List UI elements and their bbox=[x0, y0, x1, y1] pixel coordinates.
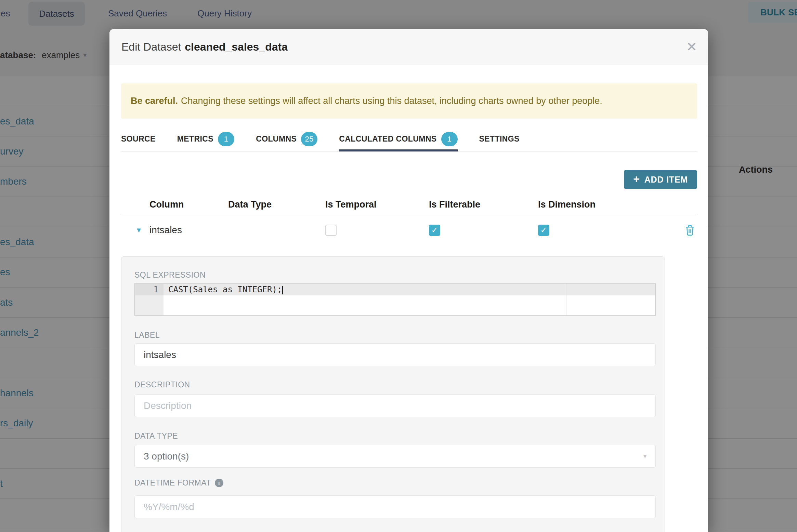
modal-title-dataset-name: cleaned_sales_data bbox=[185, 41, 288, 53]
plus-icon: + bbox=[633, 173, 640, 185]
warning-banner-text: Changing these settings will affect all … bbox=[181, 96, 602, 106]
is-filterable-checkbox[interactable]: ✓ bbox=[429, 225, 440, 236]
warning-banner: Be careful. Changing these settings will… bbox=[121, 83, 697, 119]
sql-expression-label: SQL EXPRESSION bbox=[134, 270, 206, 280]
editor-print-margin bbox=[566, 284, 566, 315]
tab-columns-label: COLUMNS bbox=[256, 134, 297, 144]
column-header-data-type: Data Type bbox=[228, 199, 325, 210]
data-type-select-value: 3 option(s) bbox=[144, 451, 189, 462]
is-dimension-checkbox[interactable]: ✓ bbox=[538, 225, 549, 236]
description-field-label: DESCRIPTION bbox=[134, 380, 190, 389]
collapse-caret-icon[interactable]: ▼ bbox=[121, 226, 149, 234]
tab-source-label: SOURCE bbox=[121, 134, 156, 144]
data-type-select[interactable]: 3 option(s) ▼ bbox=[134, 445, 656, 468]
calculated-columns-header-row: Column Data Type Is Temporal Is Filterab… bbox=[121, 195, 697, 214]
trash-icon bbox=[685, 224, 695, 236]
editor-line-number: 1 bbox=[135, 284, 164, 295]
datetime-format-label-text: DATETIME FORMAT bbox=[134, 478, 211, 488]
info-icon[interactable]: i bbox=[215, 479, 223, 487]
modal-header: Edit Dataset cleaned_sales_data bbox=[109, 29, 708, 65]
select-caret-icon: ▼ bbox=[642, 445, 648, 467]
modal-title-prefix: Edit Dataset bbox=[121, 41, 181, 53]
column-header-is-dimension: Is Dimension bbox=[538, 199, 697, 210]
description-input[interactable] bbox=[134, 394, 656, 417]
columns-count-badge: 25 bbox=[301, 132, 317, 146]
calculated-column-row-intsales: ▼ intsales ✓ ✓ ✓ bbox=[121, 214, 697, 247]
column-name: intsales bbox=[149, 225, 228, 236]
tab-settings[interactable]: SETTINGS bbox=[479, 127, 520, 151]
tab-source[interactable]: SOURCE bbox=[121, 127, 156, 151]
tab-calculated-columns-label: CALCULATED COLUMNS bbox=[339, 134, 436, 144]
tab-calculated-columns[interactable]: CALCULATED COLUMNS 1 bbox=[339, 127, 457, 151]
add-item-button[interactable]: + ADD ITEM bbox=[624, 170, 697, 189]
sql-code-text: CAST(Sales as INTEGER); bbox=[168, 285, 282, 294]
column-header-is-temporal: Is Temporal bbox=[325, 199, 429, 210]
screen: es Datasets Saved Queries Query History … bbox=[0, 0, 797, 532]
data-type-field-label: DATA TYPE bbox=[134, 431, 178, 441]
datetime-format-input[interactable] bbox=[134, 495, 656, 518]
tab-metrics[interactable]: METRICS 1 bbox=[177, 127, 234, 151]
text-cursor bbox=[282, 286, 283, 294]
is-temporal-checkbox[interactable]: ✓ bbox=[325, 225, 337, 236]
datetime-format-field-label: DATETIME FORMAT i bbox=[134, 478, 223, 488]
tab-settings-label: SETTINGS bbox=[479, 134, 520, 144]
sql-code-line: CAST(Sales as INTEGER); bbox=[168, 284, 283, 295]
metrics-count-badge: 1 bbox=[218, 132, 234, 146]
label-input[interactable] bbox=[134, 343, 656, 366]
column-header-column: Column bbox=[149, 199, 228, 210]
delete-column-button[interactable] bbox=[685, 224, 695, 236]
tab-metrics-label: METRICS bbox=[177, 134, 213, 144]
edit-dataset-modal: Edit Dataset cleaned_sales_data ✕ Be car… bbox=[109, 29, 708, 532]
modal-tabbar: SOURCE METRICS 1 COLUMNS 25 CALCULATED C… bbox=[121, 127, 697, 152]
close-icon[interactable]: ✕ bbox=[685, 40, 698, 54]
add-item-label: ADD ITEM bbox=[644, 175, 688, 185]
column-header-is-filterable: Is Filterable bbox=[429, 199, 538, 210]
tab-columns[interactable]: COLUMNS 25 bbox=[256, 127, 317, 151]
label-field-label: LABEL bbox=[134, 331, 160, 340]
warning-banner-bold: Be careful. bbox=[131, 96, 178, 106]
sql-expression-editor[interactable]: 1 CAST(Sales as INTEGER); bbox=[134, 283, 656, 316]
calculated-columns-count-badge: 1 bbox=[441, 132, 458, 146]
calculated-column-detail-panel: SQL EXPRESSION 1 CAST(Sales as INTEGER);… bbox=[121, 256, 665, 532]
